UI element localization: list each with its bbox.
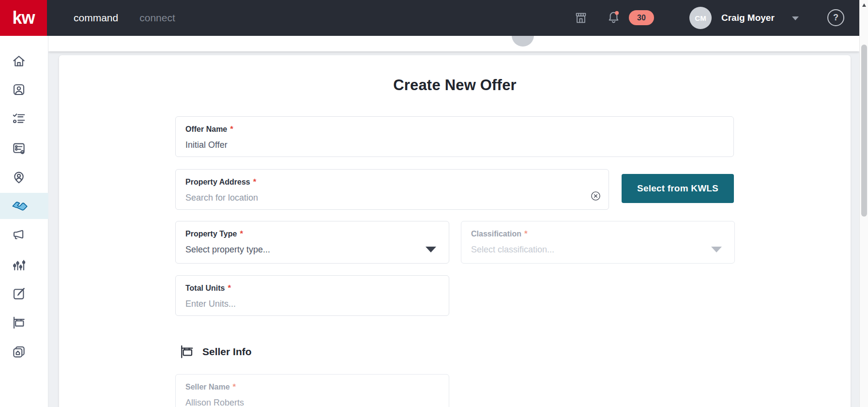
property-type-label: Property Type [185,230,237,238]
seller-info-title: Seller Info [202,346,252,358]
checklist-icon [12,111,26,126]
smartplans-icon [12,141,26,156]
seller-name-label: Seller Name [185,383,230,391]
vertical-scrollbar[interactable] [859,0,868,407]
dropdown-arrow-icon [426,247,436,252]
handshake-icon [12,200,28,212]
classification-select: Classification* Select classification... [461,221,735,264]
classification-placeholder: Select classification... [471,245,554,255]
contacts-icon [12,82,26,97]
sidebar-item-smartplans[interactable] [0,135,48,161]
kw-logo[interactable]: kw [0,0,47,36]
clear-circle-icon[interactable] [591,191,601,201]
notification-count-badge[interactable]: 30 [629,10,654,25]
sites-icon [12,344,26,359]
home-icon [12,54,26,68]
sidebar-item-listings[interactable] [0,310,48,336]
sidebar [0,36,48,407]
seller-name-value: Allison Roberts [185,398,244,407]
app-window: kw command connect 30 CM Craig Moyer ? [0,0,868,407]
design-brush-icon [12,286,26,301]
avatar[interactable]: CM [689,7,712,29]
property-type-placeholder: Select property type... [185,245,270,255]
sidebar-item-reports[interactable] [0,252,48,278]
scrolled-header-strip [48,36,859,51]
property-type-select[interactable]: Property Type* Select property type... [175,221,449,264]
nav-connect[interactable]: connect [139,12,175,24]
classification-label: Classification [471,230,521,238]
offer-name-label: Offer Name [185,125,227,133]
required-asterisk: * [228,283,231,293]
seller-name-field: Seller Name* Allison Roberts [175,374,449,407]
select-from-kwls-button[interactable]: Select from KWLS [622,174,734,203]
person-pin-icon [12,170,26,185]
total-units-placeholder: Enter Units... [185,299,236,309]
total-units-label: Total Units [185,284,225,292]
required-asterisk: * [240,229,243,238]
sidebar-item-opportunities[interactable] [0,193,48,219]
chevron-down-icon [792,16,799,20]
sidebar-item-leads[interactable] [0,164,48,190]
required-asterisk: * [524,229,528,238]
scrollbar-thumb[interactable] [861,45,867,217]
offer-name-field[interactable]: Offer Name* Initial Offer [175,116,734,157]
bar-chart-icon [12,258,26,272]
dropdown-arrow-icon [711,247,722,252]
megaphone-icon [12,228,26,243]
scroll-up-arrow-icon[interactable] [862,3,866,7]
required-asterisk: * [230,125,233,134]
property-address-placeholder: Search for location [185,193,258,203]
offer-name-value: Initial Offer [185,140,228,150]
notifications-bell-icon[interactable] [606,10,621,27]
sidebar-item-sites[interactable] [0,339,48,365]
total-units-field[interactable]: Total Units* Enter Units... [175,275,449,316]
create-offer-card: Create New Offer Offer Name* Initial Off… [59,55,851,407]
yard-sign-icon [179,344,195,360]
nav-command[interactable]: command [74,12,118,24]
sidebar-item-home[interactable] [0,48,48,74]
required-asterisk: * [253,177,257,187]
user-menu[interactable]: Craig Moyer [721,0,775,36]
marketplace-icon[interactable] [574,11,588,27]
property-address-field[interactable]: Property Address* Search for location [175,169,609,210]
partial-avatar-fragment [512,36,534,47]
sidebar-item-designs[interactable] [0,281,48,307]
property-address-label: Property Address [185,178,250,186]
primary-nav: command connect [74,0,175,36]
yard-sign-icon [12,315,26,330]
help-button[interactable]: ? [827,9,844,26]
sidebar-item-tasks[interactable] [0,106,48,132]
required-asterisk: * [233,382,236,391]
page-title: Create New Offer [59,77,851,94]
sidebar-item-contacts[interactable] [0,77,48,103]
sidebar-item-marketing[interactable] [0,222,48,249]
seller-info-section-header: Seller Info [179,344,252,360]
top-bar: kw command connect 30 CM Craig Moyer ? [0,0,859,36]
